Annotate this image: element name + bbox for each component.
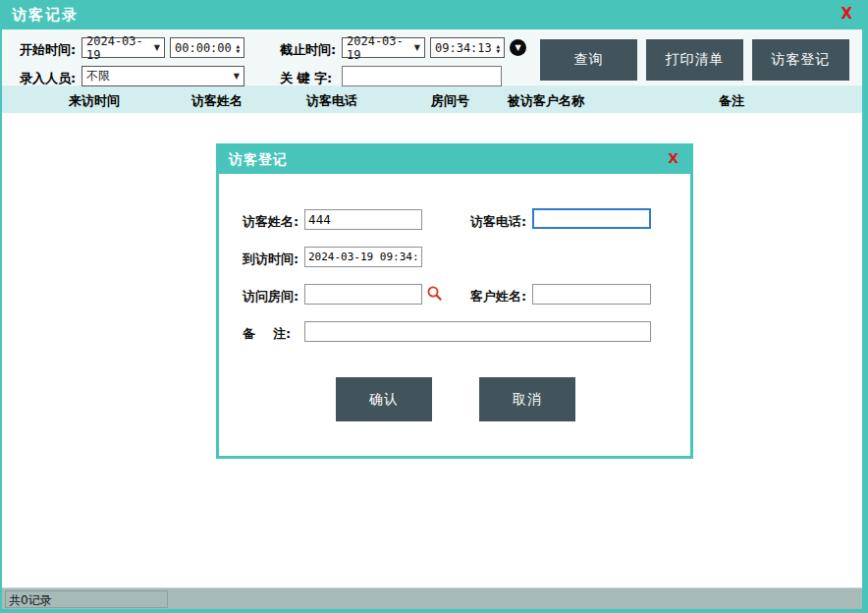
start-time-label: 开始时间: [20, 41, 76, 59]
filter-toolbar: 开始时间: 2024-03-19 ▼ 00:00:00 ▲▼ 截止时间: 202… [2, 29, 862, 86]
end-date-combobox[interactable]: 2024-03-19 ▼ [342, 37, 425, 58]
visitor-phone-input[interactable] [532, 208, 651, 229]
spinner-arrows-icon[interactable]: ▲▼ [496, 43, 500, 53]
visitor-name-input[interactable] [304, 209, 422, 230]
status-bar: 共0记录 [2, 587, 862, 609]
expand-options-icon[interactable]: ▼ [510, 39, 526, 56]
remark-label: 备 注: [243, 325, 291, 343]
chevron-down-icon: ▼ [154, 43, 160, 52]
search-icon[interactable] [426, 285, 444, 303]
query-button[interactable]: 查询 [540, 39, 637, 81]
column-visitor-name[interactable]: 访客姓名 [191, 92, 243, 110]
cancel-button[interactable]: 取消 [479, 377, 575, 421]
operator-value: 不限 [86, 68, 110, 84]
column-visitor-phone[interactable]: 访客电话 [306, 92, 357, 110]
customer-name-label: 客户姓名: [470, 288, 526, 306]
end-time-value: 09:34:13 [435, 41, 492, 55]
visit-time-input[interactable] [304, 247, 422, 267]
column-room-number[interactable]: 房间号 [431, 92, 469, 110]
table-header: 来访时间 访客姓名 访客电话 房间号 被访客户名称 备注 [2, 86, 862, 113]
remark-input[interactable] [304, 321, 651, 342]
visit-room-input[interactable] [304, 284, 422, 305]
spinner-arrows-icon[interactable]: ▲▼ [236, 43, 240, 53]
end-time-spinner[interactable]: 09:34:13 ▲▼ [430, 37, 505, 58]
dialog-title: 访客登记 [229, 151, 288, 169]
chevron-down-icon: ▼ [414, 43, 420, 52]
column-customer-name[interactable]: 被访客户名称 [508, 92, 584, 110]
visitor-name-label: 访客姓名: [243, 213, 298, 231]
visitor-register-dialog: 访客登记 X 访客姓名: 访客电话: 到访时间: 访问房间: 客户姓名: 备 注… [216, 143, 693, 459]
start-date-value: 2024-03-19 [86, 34, 154, 62]
visit-time-label: 到访时间: [243, 251, 298, 268]
operator-label: 录入人员: [20, 70, 76, 87]
dialog-close-icon[interactable]: X [668, 150, 678, 166]
keyword-input[interactable] [342, 66, 502, 86]
start-date-combobox[interactable]: 2024-03-19 ▼ [81, 37, 165, 58]
dialog-titlebar: 访客登记 X [219, 146, 690, 174]
keyword-label: 关 键 字: [280, 70, 332, 87]
visit-room-label: 访问房间: [243, 288, 298, 306]
chevron-down-icon: ▼ [234, 72, 240, 81]
end-time-label: 截止时间: [280, 41, 336, 59]
visitor-records-window: 访客记录 X 开始时间: 2024-03-19 ▼ 00:00:00 ▲▼ 截止… [0, 0, 868, 613]
customer-name-input[interactable] [532, 284, 651, 305]
end-date-value: 2024-03-19 [347, 34, 414, 62]
visitor-phone-label: 访客电话: [470, 213, 526, 231]
operator-combobox[interactable]: 不限 ▼ [81, 66, 244, 86]
visitor-register-button[interactable]: 访客登记 [752, 39, 849, 81]
print-list-button[interactable]: 打印清单 [646, 39, 743, 81]
window-title: 访客记录 [12, 6, 79, 25]
window-titlebar: 访客记录 X [0, 0, 868, 29]
dialog-body: 访客姓名: 访客电话: 到访时间: 访问房间: 客户姓名: 备 注: 确认 取消 [219, 174, 690, 456]
column-visit-time[interactable]: 来访时间 [69, 92, 120, 110]
record-count: 共0记录 [5, 590, 168, 608]
start-time-spinner[interactable]: 00:00:00 ▲▼ [170, 37, 244, 58]
start-time-value: 00:00:00 [175, 41, 232, 55]
confirm-button[interactable]: 确认 [336, 377, 432, 421]
window-close-icon[interactable]: X [841, 5, 852, 23]
column-remark[interactable]: 备注 [719, 92, 744, 110]
